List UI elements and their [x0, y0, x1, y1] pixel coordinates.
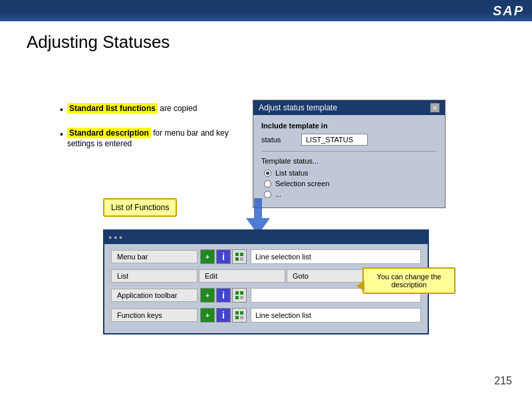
dialog-close-button[interactable]: ×	[430, 103, 440, 112]
radio-selection-screen[interactable]: Selection screen	[264, 180, 437, 188]
bullet-rest-1: are copied	[160, 104, 197, 113]
function-keys-row: Function keys + i	[111, 308, 421, 323]
sap-logo: SAP	[493, 3, 524, 19]
svg-rect-7	[240, 291, 243, 295]
bullets-area: • Standard list functions are copied • S…	[60, 103, 239, 160]
svg-rect-2	[235, 253, 239, 256]
template-label: Template status...	[261, 157, 437, 165]
radio-btn-other[interactable]	[264, 191, 271, 198]
svg-rect-9	[240, 296, 243, 299]
radio-group: List status Selection screen ...	[264, 169, 437, 198]
bullet-text-1: Standard list functions are copied	[67, 103, 197, 114]
callout-you-can-change: You can change the description	[362, 267, 456, 294]
highlight-standard-desc: Standard description	[67, 128, 151, 138]
status-label: status	[261, 136, 301, 144]
bullet-dot-1: •	[60, 104, 63, 117]
menu-bar-icons: + i	[200, 249, 248, 264]
svg-rect-4	[235, 257, 239, 261]
page-title: Adjusting Statuses	[27, 32, 170, 53]
callout-desc-arrow	[354, 281, 364, 291]
menu-bar-input[interactable]	[251, 249, 421, 264]
radio-label-selection-screen: Selection screen	[275, 180, 329, 188]
dialog-titlebar: Adjust status template ×	[253, 100, 445, 115]
radio-list-status[interactable]: List status	[264, 169, 437, 177]
svg-rect-6	[235, 291, 239, 295]
dialog-title: Adjust status template	[259, 103, 337, 112]
func-keys-input[interactable]	[251, 308, 421, 323]
include-label: Include template in	[261, 122, 437, 130]
sap-header: SAP	[0, 0, 532, 21]
func-keys-grid-icon[interactable]	[232, 308, 247, 323]
dialog-separator	[261, 151, 437, 152]
func-keys-add-icon[interactable]: +	[200, 308, 215, 323]
callout-list-functions: List of Functions	[103, 198, 177, 217]
radio-other[interactable]: ...	[264, 190, 437, 198]
app-toolbar-icons: + i	[200, 288, 248, 303]
radio-label-other: ...	[275, 190, 281, 198]
bullet-dot-2: •	[60, 128, 63, 142]
svg-rect-3	[240, 253, 243, 256]
func-keys-info-icon[interactable]: i	[216, 308, 231, 323]
page-number: 215	[494, 375, 512, 387]
app-toolbar-add-icon[interactable]: +	[200, 288, 215, 303]
function-keys-label: Function keys	[111, 309, 198, 322]
dialog-body: Include template in status LIST_STATUS T…	[253, 115, 445, 207]
list-btn[interactable]: List	[111, 269, 198, 283]
panel-title-dots: ● ● ●	[108, 234, 122, 241]
app-toolbar-grid-icon[interactable]	[232, 288, 247, 303]
highlight-standard-list: Standard list functions	[67, 103, 158, 114]
callout-desc-label: You can change the description	[377, 273, 442, 289]
bullet-item-1: • Standard list functions are copied	[60, 103, 239, 117]
svg-rect-5	[240, 257, 243, 261]
svg-rect-12	[235, 316, 239, 319]
radio-btn-selection-screen[interactable]	[264, 180, 271, 188]
svg-rect-10	[235, 311, 239, 315]
menu-bar-grid-icon[interactable]	[232, 249, 247, 264]
menu-bar-label: Menu bar	[111, 250, 198, 263]
radio-btn-list-status[interactable]	[264, 170, 271, 177]
status-value: LIST_STATUS	[301, 134, 368, 146]
adjust-status-dialog: Adjust status template × Include templat…	[253, 100, 446, 208]
callout-list-functions-label: List of Functions	[111, 203, 169, 212]
app-toolbar-info-icon[interactable]: i	[216, 288, 231, 303]
menu-bar-row: Menu bar + i	[111, 249, 421, 264]
func-keys-icons: + i	[200, 308, 248, 323]
bullet-item-2: • Standard description for menu bar and …	[60, 128, 239, 150]
menu-bar-info-icon[interactable]: i	[216, 249, 231, 264]
bullet-text-2: Standard description for menu bar and ke…	[67, 128, 239, 150]
application-toolbar-label: Application toolbar	[111, 289, 198, 302]
edit-btn[interactable]: Edit	[199, 269, 285, 283]
menu-bar-add-icon[interactable]: +	[200, 249, 215, 264]
svg-rect-11	[240, 311, 243, 315]
function-panel-titlebar: ● ● ●	[104, 231, 428, 244]
svg-rect-8	[235, 296, 239, 299]
status-row: status LIST_STATUS	[261, 134, 437, 146]
radio-label-list-status: List status	[275, 169, 309, 177]
svg-rect-13	[240, 316, 243, 319]
